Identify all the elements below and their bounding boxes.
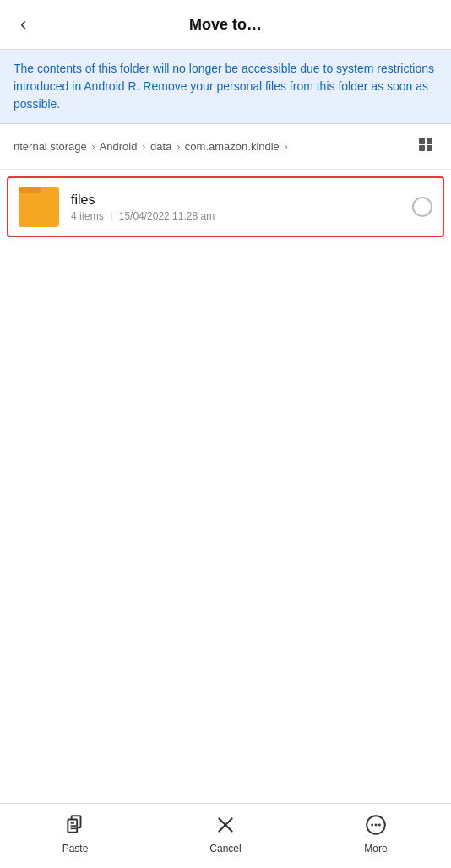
page-title: Move to… bbox=[189, 16, 262, 34]
more-label: More bbox=[364, 843, 387, 854]
paste-label: Paste bbox=[62, 843, 89, 854]
header: ‹ Move to… bbox=[0, 0, 451, 50]
warning-banner: The contents of this folder will no long… bbox=[0, 50, 451, 124]
file-date: 15/04/2022 11:28 am bbox=[119, 210, 215, 222]
cancel-button[interactable]: Cancel bbox=[192, 814, 259, 854]
file-name: files bbox=[71, 193, 412, 208]
radio-button[interactable] bbox=[412, 197, 432, 217]
warning-text: The contents of this folder will no long… bbox=[14, 60, 437, 113]
paste-icon bbox=[64, 814, 86, 839]
cancel-icon bbox=[215, 814, 236, 839]
svg-rect-0 bbox=[419, 138, 425, 144]
svg-rect-3 bbox=[427, 145, 432, 151]
list-item[interactable]: files 4 items I 15/04/2022 11:28 am bbox=[7, 176, 444, 237]
more-button[interactable]: More bbox=[342, 814, 410, 854]
bottom-toolbar: Paste Cancel More bbox=[0, 803, 451, 868]
paste-button[interactable]: Paste bbox=[41, 814, 109, 854]
grid-view-icon[interactable] bbox=[414, 133, 437, 160]
svg-point-14 bbox=[378, 824, 381, 827]
folder-icon bbox=[19, 187, 59, 227]
breadcrumb: nternal storage › Android › data › com.a… bbox=[0, 124, 451, 170]
svg-point-13 bbox=[375, 824, 378, 827]
item-count: 4 items bbox=[71, 210, 104, 222]
breadcrumb-path[interactable]: nternal storage › Android › data › com.a… bbox=[14, 140, 414, 153]
svg-rect-1 bbox=[427, 138, 432, 144]
file-list: files 4 items I 15/04/2022 11:28 am bbox=[0, 170, 451, 803]
file-info: files 4 items I 15/04/2022 11:28 am bbox=[71, 193, 412, 222]
svg-rect-2 bbox=[419, 145, 425, 151]
back-button[interactable]: ‹ bbox=[14, 10, 33, 39]
svg-point-12 bbox=[371, 824, 373, 827]
file-meta: 4 items I 15/04/2022 11:28 am bbox=[71, 210, 412, 222]
cancel-label: Cancel bbox=[209, 843, 241, 854]
more-icon bbox=[365, 814, 387, 839]
